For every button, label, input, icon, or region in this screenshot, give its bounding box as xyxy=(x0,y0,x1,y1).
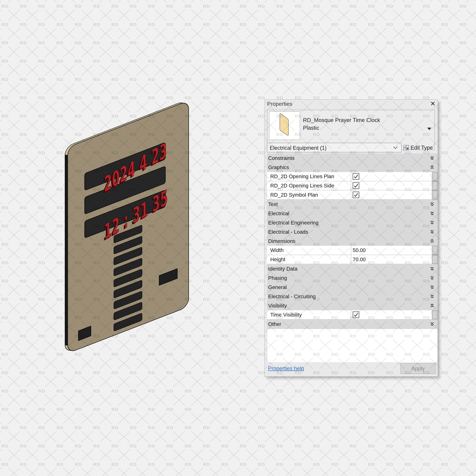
properties-help-link[interactable]: Properties help xyxy=(268,365,304,372)
property-row-rd-2d-symbol-plan[interactable]: RD_2D Symbol Plan xyxy=(267,190,438,200)
check-icon xyxy=(353,312,359,318)
property-value-cell[interactable] xyxy=(351,310,432,319)
apply-button[interactable]: Apply xyxy=(400,363,436,374)
type-name-line2: Plastic xyxy=(303,124,407,132)
checkbox-rd-2d-opening-lines-plan[interactable] xyxy=(353,173,359,180)
check-icon xyxy=(353,192,359,198)
edit-type-button[interactable]: Edit Type xyxy=(403,143,433,152)
section-header-electrical-loads[interactable]: Electrical - Loads xyxy=(267,227,438,237)
double-chevron-down-icon[interactable] xyxy=(430,211,434,216)
section-header-electrical-engineering[interactable]: Electrical Engineering xyxy=(267,218,438,227)
property-row-rd-2d-opening-lines-plan[interactable]: RD_2D Opening Lines Plan xyxy=(267,172,438,181)
double-chevron-down-icon[interactable] xyxy=(430,285,434,290)
category-dropdown[interactable]: Electrical Equipment (1) xyxy=(267,143,402,152)
section-header-graphics[interactable]: Graphics xyxy=(267,163,438,172)
clock-board-side xyxy=(65,154,68,347)
double-chevron-down-icon[interactable] xyxy=(430,220,434,225)
double-chevron-up-icon[interactable] xyxy=(430,303,434,308)
section-header-label: Electrical - Loads xyxy=(268,229,308,235)
section-header-label: Identity Data xyxy=(268,266,298,272)
section-header-label: Visibility xyxy=(268,303,287,309)
section-header-phasing[interactable]: Phasing xyxy=(267,273,438,283)
double-chevron-up-icon[interactable] xyxy=(430,165,434,170)
panel-title: Properties xyxy=(267,101,292,107)
double-chevron-down-icon[interactable] xyxy=(430,276,434,280)
property-grid: ConstraintsGraphicsRD_2D Opening Lines P… xyxy=(267,153,438,329)
section-header-label: General xyxy=(268,284,287,290)
type-dropdown-icon[interactable] xyxy=(427,128,431,130)
type-name: RD_Mosque Prayer Time Clock Plastic xyxy=(303,116,407,132)
properties-panel: Properties ✕ RD_Mosque Prayer Time Clock… xyxy=(264,99,438,377)
checkbox-rd-2d-opening-lines-side[interactable] xyxy=(353,182,359,189)
type-thumbnail xyxy=(269,111,300,140)
double-chevron-down-icon[interactable] xyxy=(430,156,434,160)
property-value-cell[interactable] xyxy=(351,172,432,181)
property-value-cell[interactable]: 50.00 xyxy=(351,246,432,255)
property-label: Time Visibility xyxy=(270,312,302,318)
property-row-time-visibility[interactable]: Time Visibility xyxy=(267,310,438,320)
property-value[interactable]: 70.00 xyxy=(353,256,366,262)
double-chevron-up-icon[interactable] xyxy=(430,239,434,243)
property-value[interactable]: 50.00 xyxy=(353,247,366,253)
associate-parameter-button[interactable] xyxy=(432,182,437,190)
checkbox-rd-2d-symbol-plan[interactable] xyxy=(353,192,359,198)
close-icon[interactable]: ✕ xyxy=(430,101,436,107)
section-header-dimensions[interactable]: Dimensions xyxy=(267,237,438,246)
associate-parameter-button[interactable] xyxy=(432,172,437,181)
check-icon xyxy=(353,174,359,179)
section-header-label: Dimensions xyxy=(268,238,295,244)
section-header-label: Constraints xyxy=(268,155,294,161)
checkbox-time-visibility[interactable] xyxy=(353,311,359,318)
property-label: RD_2D Opening Lines Plan xyxy=(270,173,334,179)
section-header-label: Electrical Engineering xyxy=(268,220,319,226)
associate-parameter-button[interactable] xyxy=(432,255,437,264)
edit-type-label: Edit Type xyxy=(410,145,433,151)
double-chevron-down-icon[interactable] xyxy=(430,322,434,326)
chevron-down-icon xyxy=(393,146,398,149)
property-value-cell[interactable] xyxy=(351,181,432,190)
associate-parameter-button[interactable] xyxy=(432,311,437,319)
section-header-identity-data[interactable]: Identity Data xyxy=(267,264,438,273)
associate-parameter-button[interactable] xyxy=(432,246,437,254)
section-header-label: Phasing xyxy=(268,275,287,281)
section-header-label: Electrical - Circuiting xyxy=(268,293,316,299)
section-header-visibility[interactable]: Visibility xyxy=(267,301,438,310)
edit-type-icon xyxy=(403,145,409,151)
type-thumbnail-image xyxy=(269,112,300,140)
check-icon xyxy=(353,183,359,188)
double-chevron-down-icon[interactable] xyxy=(430,202,434,207)
property-grid-empty-area xyxy=(267,329,438,363)
section-header-label: Electrical xyxy=(268,210,289,216)
property-label: RD_2D Symbol Plan xyxy=(270,192,318,198)
section-header-electrical[interactable]: Electrical xyxy=(267,209,438,218)
section-header-label: Graphics xyxy=(268,164,289,170)
property-row-width[interactable]: Width50.00 xyxy=(267,246,438,255)
property-row-rd-2d-opening-lines-side[interactable]: RD_2D Opening Lines Side xyxy=(267,181,438,190)
double-chevron-down-icon[interactable] xyxy=(430,230,434,234)
section-header-label: Text xyxy=(268,201,278,207)
double-chevron-down-icon[interactable] xyxy=(430,266,434,271)
section-header-other[interactable]: Other xyxy=(267,320,438,329)
section-header-electrical-circuiting[interactable]: Electrical - Circuiting xyxy=(267,292,438,301)
section-header-label: Other xyxy=(268,321,281,327)
property-label: RD_2D Opening Lines Side xyxy=(270,183,334,189)
associate-parameter-button[interactable] xyxy=(432,191,437,199)
property-label: Height xyxy=(270,256,285,262)
section-header-constraints[interactable]: Constraints xyxy=(267,153,438,163)
property-value-cell[interactable]: 70.00 xyxy=(351,255,432,264)
section-header-text[interactable]: Text xyxy=(267,200,438,209)
type-name-line1: RD_Mosque Prayer Time Clock xyxy=(303,116,407,124)
double-chevron-down-icon[interactable] xyxy=(430,294,434,299)
section-header-general[interactable]: General xyxy=(267,283,438,292)
property-row-height[interactable]: Height70.00 xyxy=(267,255,438,264)
property-label: Width xyxy=(270,247,284,253)
property-value-cell[interactable] xyxy=(351,190,432,199)
category-dropdown-value: Electrical Equipment (1) xyxy=(270,145,326,151)
